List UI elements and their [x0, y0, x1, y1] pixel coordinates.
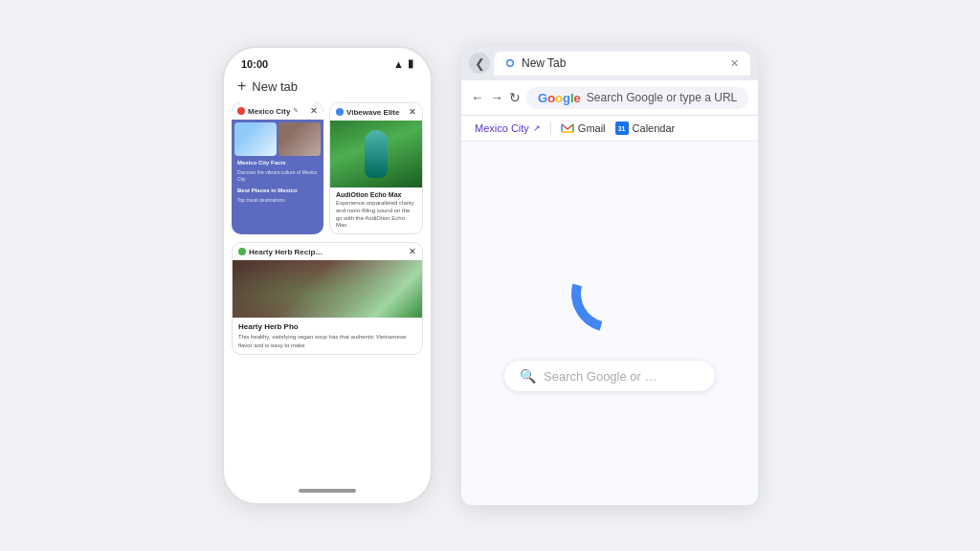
vibewave-tab-title: Vibewave Elite	[346, 108, 399, 117]
mexico-city-tab-card[interactable]: Mexico City ✎ ✕ Mexico City Facts Discov…	[232, 102, 323, 234]
mexico-city-favicon	[237, 107, 245, 115]
vibewave-close-button[interactable]: ✕	[409, 107, 416, 117]
mexico-city-tab-header: Mexico City ✎ ✕	[232, 102, 323, 120]
mexico-city-tab-body: Mexico City Facts Discover the vibrant c…	[232, 120, 323, 209]
mexico-city-subtab-title-2: Best Places in Mexico	[234, 186, 321, 195]
search-icon: 🔍	[520, 368, 536, 384]
bookmark-divider-1	[550, 121, 551, 135]
herb-tab-title: Hearty Herb Recip…	[249, 248, 323, 256]
speaker-illustration	[365, 130, 388, 178]
tab-row-top: Mexico City ✎ ✕ Mexico City Facts Discov…	[232, 102, 423, 234]
mexico-city-thumbs	[234, 122, 321, 156]
vibewave-product-image	[330, 121, 422, 187]
herb-close-button[interactable]: ✕	[409, 247, 416, 256]
chrome-tab-bar: ❮ New Tab ✕	[461, 46, 758, 80]
chrome-address-bar: ← → ↻ Google Search Google or type a URL	[461, 80, 758, 116]
tab-overflow-chevron[interactable]: ❮	[469, 53, 490, 74]
chrome-search-placeholder: Search Google or …	[544, 369, 657, 384]
edit-icon: ✎	[293, 107, 299, 115]
svg-rect-3	[561, 121, 574, 135]
home-bar-area	[224, 484, 431, 503]
mexico-city-close-button[interactable]: ✕	[310, 106, 318, 116]
mexico-city-subtab-desc-1: Discover the vibrant culture of Mexico C…	[234, 169, 321, 184]
herb-article-desc: This healthy, satisfying vegan soup has …	[238, 333, 416, 349]
new-tab-label[interactable]: New tab	[252, 79, 298, 94]
chrome-new-tab-content: 🔍 Search Google or …	[461, 142, 758, 505]
chrome-new-tab[interactable]: New Tab ✕	[494, 52, 750, 76]
mexico-city-subtab-desc-2: Top travel destinations	[234, 197, 321, 206]
google-loading-spinner	[571, 255, 648, 332]
status-time: 10:00	[241, 58, 268, 70]
bookmark-mexico-city[interactable]: Mexico City ↗	[475, 122, 541, 134]
mexico-city-subtab-title-1: Mexico City Facts	[234, 158, 321, 167]
vibewave-header-left: Vibewave Elite	[336, 108, 399, 117]
herb-article-title: Hearty Herb Pho	[238, 322, 416, 331]
status-icons: ▲ ▮	[393, 57, 413, 70]
mexico-city-thumb-1	[234, 122, 277, 156]
chrome-favicon	[503, 56, 517, 70]
vibewave-favicon	[336, 108, 344, 116]
bookmark-gmail[interactable]: Gmail	[561, 121, 606, 135]
calendar-bookmark-label: Calendar	[633, 122, 676, 134]
mexico-city-bookmark-label: Mexico City	[475, 122, 529, 134]
herb-header-left: Hearty Herb Recip…	[238, 248, 323, 256]
new-tab-plus-icon[interactable]: +	[237, 77, 246, 95]
chrome-search-bar[interactable]: 🔍 Search Google or …	[504, 361, 715, 391]
spinner-arc	[557, 241, 661, 345]
gmail-bookmark-label: Gmail	[578, 122, 606, 134]
chrome-bookmarks-bar: Mexico City ↗ Gmail 31 Calendar	[461, 116, 758, 142]
vibewave-tab-card[interactable]: Vibewave Elite ✕ AudiOtion Echo Max Expe…	[329, 102, 423, 234]
address-input-wrap[interactable]: Google Search Google or type a URL	[526, 87, 748, 109]
mexico-city-tab-title: Mexico City	[248, 107, 290, 116]
scene: 10:00 ▲ ▮ + New tab Mexico City ✎	[203, 27, 777, 524]
mobile-phone: 10:00 ▲ ▮ + New tab Mexico City ✎	[222, 46, 433, 505]
forward-button[interactable]: →	[490, 86, 503, 109]
chrome-tab-close-button[interactable]: ✕	[728, 56, 741, 71]
mexico-city-thumb-2	[278, 122, 321, 156]
calendar-favicon: 31	[615, 121, 629, 135]
herb-article-image	[233, 260, 422, 318]
svg-point-2	[508, 61, 513, 66]
phone-toolbar: + New tab	[224, 74, 431, 102]
vibewave-product-desc: Experience unparalleled clarity and room…	[336, 200, 416, 230]
chrome-desktop-panel: ❮ New Tab ✕ ← → ↻ Google	[461, 46, 758, 505]
wifi-icon: ▲	[393, 58, 404, 70]
back-button[interactable]: ←	[471, 86, 484, 109]
home-bar	[299, 489, 356, 493]
google-g-logo: Google	[538, 91, 581, 105]
herb-tab-card[interactable]: Hearty Herb Recip… ✕ Hearty Herb Pho Thi…	[232, 242, 423, 355]
herb-tab-header: Hearty Herb Recip… ✕	[233, 243, 422, 260]
battery-icon: ▮	[408, 57, 413, 70]
external-link-icon: ↗	[533, 123, 541, 133]
status-bar: 10:00 ▲ ▮	[224, 48, 431, 74]
phone-tabs-content: Mexico City ✎ ✕ Mexico City Facts Discov…	[224, 102, 431, 484]
address-bar-text: Search Google or type a URL	[587, 91, 737, 104]
herb-body: Hearty Herb Pho This healthy, satisfying…	[233, 318, 422, 354]
mexico-city-header-left: Mexico City ✎	[237, 107, 299, 116]
refresh-button[interactable]: ↻	[509, 86, 521, 109]
chrome-tab-label: New Tab	[522, 56, 724, 70]
vibewave-product-name: AudiOtion Echo Max	[336, 191, 416, 198]
herb-image-overlay	[233, 260, 422, 318]
bookmark-calendar[interactable]: 31 Calendar	[615, 121, 676, 135]
gmail-favicon	[561, 121, 574, 135]
vibewave-body: AudiOtion Echo Max Experience unparallel…	[330, 187, 422, 233]
herb-favicon	[238, 248, 246, 255]
vibewave-tab-header: Vibewave Elite ✕	[330, 103, 422, 121]
